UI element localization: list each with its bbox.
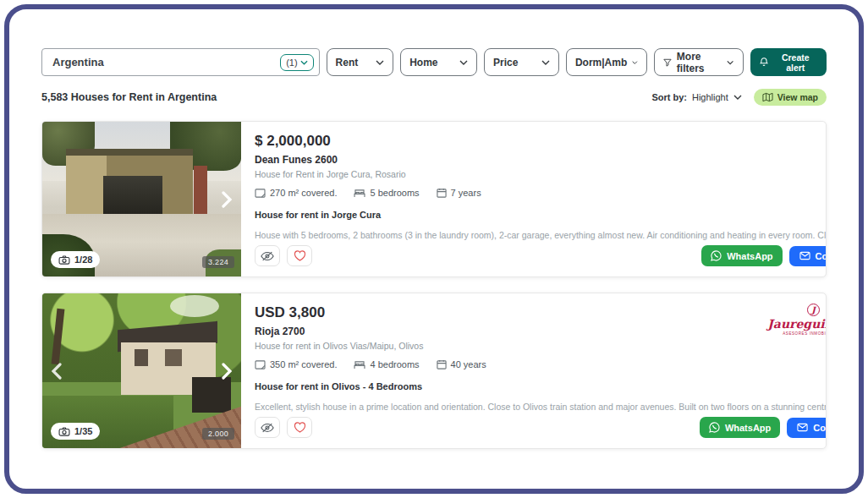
contact-label: Contact <box>813 423 827 433</box>
listing-price: USD 3,800 <box>255 304 827 321</box>
bell-icon <box>759 57 769 68</box>
rooms-dropdown[interactable]: Dorm|Amb <box>566 48 647 76</box>
bed-icon <box>354 189 365 198</box>
chevron-down-icon <box>300 60 308 65</box>
contact-button[interactable]: Contact <box>789 246 827 266</box>
whatsapp-icon <box>709 422 720 433</box>
agency-logo[interactable]: J Jaureguiberry ASESORES INMOBILIARIOS <box>767 304 827 336</box>
eye-off-icon <box>261 251 274 261</box>
listing-location: House for rent in Olivos Vias/Maipu, Oli… <box>255 341 827 351</box>
chevron-down-icon[interactable] <box>733 95 742 100</box>
heart-icon <box>294 422 306 433</box>
chevron-right-icon <box>221 363 233 380</box>
create-alert-button[interactable]: Create alert <box>750 48 827 76</box>
camera-icon <box>58 427 70 436</box>
feature-area: 270 m² covered. <box>255 188 337 198</box>
contact-button[interactable]: Contact <box>787 418 827 438</box>
more-filters-label: More filters <box>677 51 722 74</box>
operation-dropdown[interactable]: Rent <box>327 48 394 76</box>
photo-window <box>165 349 182 366</box>
search-input[interactable]: Argentina (1) <box>41 48 320 76</box>
listing-address[interactable]: Rioja 2700 <box>255 326 827 337</box>
eye-off-icon <box>261 423 274 433</box>
chevron-left-icon <box>51 363 63 380</box>
area-icon <box>255 360 266 369</box>
listing-details: J Jaureguiberry ASESORES INMOBILIARIOS U… <box>241 293 827 448</box>
listing-card: 1/28 3.224 $ 2,000,000 Dean Funes 2600 H… <box>41 121 827 277</box>
chevron-down-icon <box>541 60 550 65</box>
area-icon <box>255 189 266 198</box>
results-header: 5,583 Houses for Rent in Argentina Sort … <box>41 89 827 106</box>
search-value: Argentina <box>52 56 104 68</box>
listing-card: 1/35 2.000 J Jaureguiberry ASESORES INMO… <box>41 293 827 449</box>
favorite-button[interactable] <box>287 245 312 266</box>
listing-location: House for Rent in Jorge Cura, Rosario <box>255 169 827 179</box>
photo-sky <box>170 295 219 317</box>
listing-photo[interactable]: 1/28 3.224 <box>42 122 241 276</box>
photo-counter-label: 1/35 <box>74 426 92 436</box>
chevron-down-icon <box>727 60 733 65</box>
listing-description: Excellent, stylish house in a prime loca… <box>255 402 827 412</box>
whatsapp-button[interactable]: WhatsApp <box>700 417 780 438</box>
calendar-icon <box>437 188 447 198</box>
listing-actions: WhatsApp Contact <box>255 417 827 438</box>
photo-counter[interactable]: 1/35 <box>51 423 100 440</box>
map-icon <box>762 92 773 102</box>
chevron-right-icon <box>221 191 233 208</box>
previous-photo-arrow[interactable] <box>47 360 66 382</box>
search-count-badge[interactable]: (1) <box>280 54 313 71</box>
chevron-down-icon <box>632 60 638 65</box>
filter-bar: Argentina (1) Rent Home Price Dorm|Amb <box>41 48 827 76</box>
feature-age: 40 years <box>437 359 486 369</box>
photo-counter-label: 1/28 <box>74 254 92 265</box>
agency-emblem-icon: J <box>807 304 820 316</box>
photo-garage <box>103 176 162 218</box>
results-title: 5,583 Houses for Rent in Argentina <box>41 91 217 103</box>
operation-label: Rent <box>336 57 359 68</box>
envelope-icon <box>797 423 808 432</box>
whatsapp-label: WhatsApp <box>727 251 772 261</box>
sort-by-label: Sort by: <box>651 92 687 102</box>
feature-text: 40 years <box>451 359 486 369</box>
sort-value-dropdown[interactable]: Highlight <box>692 92 728 102</box>
feature-text: 350 m² covered. <box>270 359 337 369</box>
feature-text: 4 bedrooms <box>370 359 419 369</box>
search-count-label: (1) <box>286 57 297 68</box>
listing-address[interactable]: Dean Funes 2600 <box>255 154 827 166</box>
price-dropdown[interactable]: Price <box>484 48 559 76</box>
next-photo-arrow[interactable] <box>217 189 236 211</box>
feature-text: 5 bedrooms <box>370 188 419 198</box>
hide-listing-button[interactable] <box>255 245 280 266</box>
envelope-icon <box>799 251 810 260</box>
view-map-label: View map <box>777 92 818 102</box>
feature-bedrooms: 4 bedrooms <box>354 359 419 369</box>
listing-details: $ 2,000,000 Dean Funes 2600 House for Re… <box>241 122 827 276</box>
feature-area: 350 m² covered. <box>255 359 337 369</box>
contact-label: Contact <box>816 251 827 261</box>
photo-watermark: 2.000 <box>202 428 234 440</box>
listing-photo[interactable]: 1/35 2.000 <box>42 293 241 448</box>
listing-description: House with 5 bedrooms, 2 bathrooms (3 in… <box>255 230 827 240</box>
whatsapp-icon <box>711 250 722 261</box>
hide-listing-button[interactable] <box>255 417 280 438</box>
price-label: Price <box>493 57 518 68</box>
more-filters-dropdown[interactable]: More filters <box>654 48 744 76</box>
next-photo-arrow[interactable] <box>217 360 236 382</box>
agency-name: Jaureguiberry <box>767 317 827 331</box>
feature-text: 7 years <box>451 188 481 198</box>
photo-garage <box>192 377 231 413</box>
photo-window <box>135 349 148 366</box>
whatsapp-button[interactable]: WhatsApp <box>701 245 782 266</box>
whatsapp-label: WhatsApp <box>725 423 771 433</box>
chevron-down-icon <box>376 60 384 65</box>
property-type-dropdown[interactable]: Home <box>400 48 477 76</box>
calendar-icon <box>437 359 447 369</box>
bed-icon <box>354 360 365 369</box>
photo-watermark: 3.224 <box>202 256 234 268</box>
property-type-label: Home <box>409 57 437 68</box>
feature-list: 270 m² covered. 5 bedrooms 7 years <box>255 188 827 198</box>
photo-counter[interactable]: 1/28 <box>51 251 100 268</box>
favorite-button[interactable] <box>287 417 312 438</box>
view-map-button[interactable]: View map <box>754 89 827 106</box>
feature-list: 350 m² covered. 4 bedrooms 40 years <box>255 359 827 369</box>
